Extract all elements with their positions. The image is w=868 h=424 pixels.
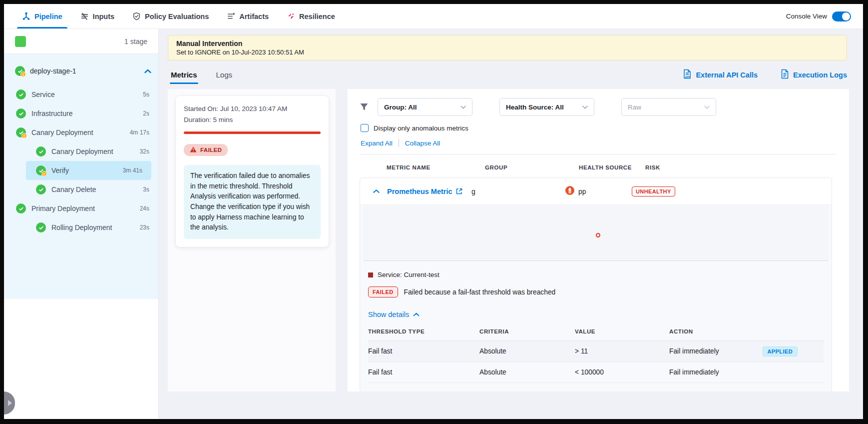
metrics-panel: Group: All Health Source: All Raw [348,89,849,392]
anomalous-metrics-checkbox[interactable] [361,124,369,132]
stage-status-square-icon [15,36,26,47]
step-duration: 3s [143,186,149,193]
verification-status-text: FAILED [200,147,222,153]
check-success-icon [36,146,46,156]
pipeline-icon [22,12,30,20]
filter-funnel-icon [360,102,369,112]
tab-inputs-label: Inputs [93,12,115,20]
tab-pipeline-label: Pipeline [34,12,62,20]
chevron-up-icon[interactable] [373,189,387,194]
criteria-cell: Absolute [479,368,575,376]
check-warning-icon: ! [16,128,26,138]
value-cell: < 100000 [575,368,669,376]
collapse-all-link[interactable]: Collapse All [405,140,440,147]
metric-group-value: g [471,188,565,196]
tab-pipeline[interactable]: Pipeline [15,4,69,28]
stage-name-label: deploy-stage-1 [30,67,139,75]
tab-metrics[interactable]: Metrics [170,68,198,84]
sidebar-steps: Service5sInfrastructure2s!Canary Deploym… [4,82,158,237]
show-details-toggle[interactable]: Show details [360,298,832,318]
metric-name-link[interactable]: Prometheus Metric [387,188,471,196]
sidebar-step-canary-deployment[interactable]: Canary Deployment32s [4,142,158,161]
stage-count-label: 1 stage [124,38,147,46]
step-duration: 4m 17s [130,129,149,136]
app-window: Pipeline Inputs Policy Evaluations Artif… [4,4,863,419]
banner-title: Manual Intervention [176,40,839,48]
tab-policy-evaluations-label: Policy Evaluations [145,12,209,20]
warning-triangle-icon [190,146,197,154]
sidebar-step-canary-delete[interactable]: Canary Delete3s [4,180,158,199]
check-success-icon [36,184,46,194]
top-navigation-bar: Pipeline Inputs Policy Evaluations Artif… [4,4,863,29]
chevron-down-icon [704,106,710,109]
step-duration: 2s [143,110,149,117]
tab-resilience[interactable]: Resilience [280,4,342,28]
stage-deploy-stage-1[interactable]: ! deploy-stage-1 [4,60,158,82]
sidebar-step-rolling-deployment[interactable]: Rolling Deployment23s [4,218,158,237]
check-success-icon [16,204,26,214]
metric-row-prometheus[interactable]: Prometheus Metric g pp UNHEALTHY [360,178,832,204]
metric-name-text: Prometheus Metric [387,188,452,196]
threshold-table: THRESHOLD TYPE CRITERIA VALUE ACTION Fai… [368,328,824,383]
resilience-chaos-icon [287,12,295,20]
external-api-calls-link[interactable]: API External API Calls [683,69,758,80]
step-label: Service [31,90,137,98]
metric-chart[interactable] [363,205,829,261]
external-api-calls-label: External API Calls [696,71,758,79]
step-label: Verify [51,166,117,174]
prometheus-icon [565,186,574,196]
chevron-up-icon[interactable] [144,66,151,76]
console-view-label: Console View [786,12,827,20]
step-duration: 23s [140,224,149,231]
health-source-filter-dropdown[interactable]: Health Source: All [499,98,594,116]
col-action: ACTION [669,328,824,334]
sidebar-step-infrastructure[interactable]: Infrastructure2s [4,104,158,123]
col-group: GROUP [485,164,579,170]
svg-text:API: API [685,76,690,78]
sidebar-header: 1 stage [4,29,158,54]
tab-artifacts[interactable]: Artifacts [220,4,276,28]
raw-filter-dropdown[interactable]: Raw [621,98,716,116]
threshold-table-header: THRESHOLD TYPE CRITERIA VALUE ACTION [368,328,824,341]
tab-logs[interactable]: Logs [215,68,234,84]
step-label: Canary Deployment [51,148,134,156]
col-risk: RISK [645,164,660,170]
console-view-toggle[interactable] [832,12,851,22]
group-filter-dropdown[interactable]: Group: All [378,98,472,116]
col-metric-name: METRIC NAME [387,164,485,170]
step-duration: 24s [140,205,149,212]
tab-inputs[interactable]: Inputs [73,4,122,28]
check-success-icon [16,108,26,118]
sidebar-step-verify[interactable]: !Verify3m 41s [26,161,151,180]
anomalous-metrics-checkbox-label: Display only anomalous metrics [374,124,468,132]
sidebar-expand-handle[interactable] [4,392,15,414]
manual-intervention-banner: Manual Intervention Set to IGNORE on 10-… [168,35,847,60]
sidebar-step-service[interactable]: Service5s [4,85,158,104]
col-health-source: HEALTH SOURCE [579,164,645,170]
divider [399,139,399,147]
metric-card: Prometheus Metric g pp UNHEALTHY [360,178,832,392]
step-label: Canary Deployment [31,128,124,136]
sidebar-step-canary-deployment[interactable]: !Canary Deployment4m 17s [4,123,158,142]
threshold-type-cell: Fail fast [368,348,479,355]
threshold-type-cell: Fail fast [368,368,479,376]
inputs-icon [80,12,89,20]
col-criteria: CRITERIA [479,328,575,334]
health-source-value: pp [578,188,586,196]
step-label: Primary Deployment [31,204,134,212]
risk-badge: UNHEALTHY [632,186,675,196]
step-label: Canary Delete [51,186,137,194]
tab-policy-evaluations[interactable]: Policy Evaluations [125,4,216,28]
execution-logs-link[interactable]: Execution Logs [781,69,847,80]
toggle-knob [842,12,850,20]
health-source-filter-value: Health Source: All [506,104,564,111]
document-icon [781,69,789,80]
metrics-table-header: METRIC NAME GROUP HEALTH SOURCE RISK [360,154,836,178]
list-plus-icon [227,12,235,20]
expand-all-link[interactable]: Expand All [361,140,393,147]
pipeline-sidebar: 1 stage ! deploy-stage-1 Service5sInfras… [4,29,159,418]
chart-data-point[interactable] [596,233,600,238]
sidebar-step-primary-deployment[interactable]: Primary Deployment24s [4,199,158,218]
check-success-icon [16,90,26,100]
api-document-icon: API [683,69,692,80]
